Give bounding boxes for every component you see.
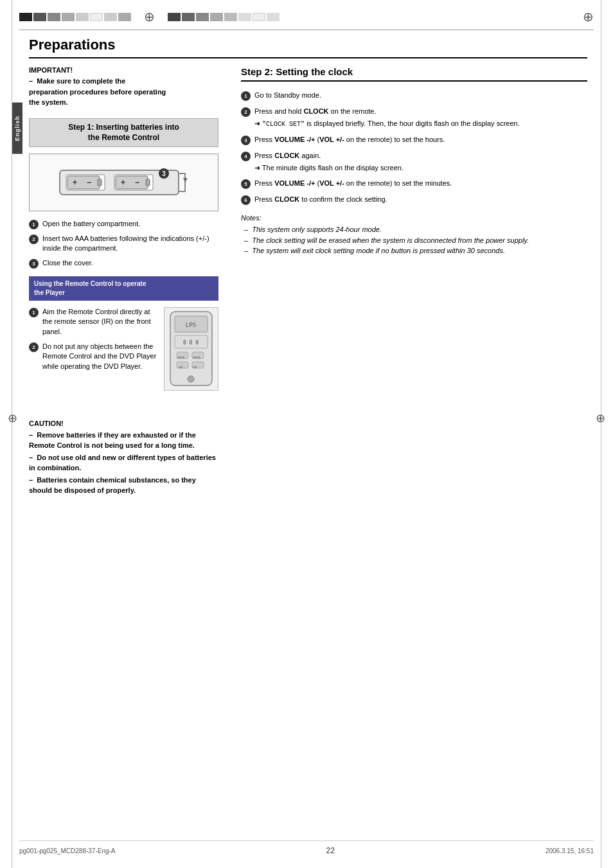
important-section: IMPORTANT! – Make sure to complete the p… xyxy=(29,66,218,108)
svg-text:3: 3 xyxy=(162,170,166,177)
sidebar-english-tab: English xyxy=(12,103,22,154)
note-2: – The clock setting will be erased when … xyxy=(241,235,587,246)
step2-item-6: Press CLOCK to confirm the clock setting… xyxy=(254,195,387,204)
caution-section: CAUTION! – Remove batteries if they are … xyxy=(29,420,218,496)
step2-items: 1 Go to Standby mode. 2 Press and hold C… xyxy=(241,91,587,205)
svg-text:clock: clock xyxy=(177,355,185,359)
operate-item-2: Do not put any objects between the Remot… xyxy=(42,342,157,371)
remote-diagram: LPS 0 0 0 clock clock vo xyxy=(164,307,218,391)
step2-item-2: Press and hold CLOCK on the remote. xyxy=(254,107,377,116)
remote-operate-section: LPS 0 0 0 clock clock vo xyxy=(29,307,218,397)
important-label: IMPORTANT! xyxy=(29,66,218,74)
svg-rect-3 xyxy=(98,179,102,186)
step2-item-1: Go to Standby mode. xyxy=(254,91,321,100)
notes-section: Notes: – This system only supports 24-ho… xyxy=(241,214,587,256)
caution-label: CAUTION! xyxy=(29,420,218,427)
svg-text:clock: clock xyxy=(193,355,200,359)
step2-item-3: Press VOLUME -/+ (VOL +/- on the remote)… xyxy=(254,135,445,145)
step1-item-1: Open the battery compartment. xyxy=(42,219,140,229)
info-box: Using the Remote Control to operate the … xyxy=(29,276,218,301)
svg-text:vol: vol xyxy=(193,365,197,369)
svg-text:▶: ▶ xyxy=(182,178,189,182)
step2-item-4: Press CLOCK again. xyxy=(254,151,321,161)
crosshair-left-margin: ⊕ xyxy=(8,411,17,425)
caution-item-2: – Do not use old and new or different ty… xyxy=(29,452,218,474)
svg-text:+: + xyxy=(73,178,77,187)
svg-text:+: + xyxy=(121,178,125,187)
top-bar: ⊕ ⊕ xyxy=(0,0,613,30)
important-text: – Make sure to complete the preparation … xyxy=(29,76,218,108)
caution-item-1: – Remove batteries if they are exhausted… xyxy=(29,430,218,451)
step1-items: 1 Open the battery compartment. 2 Insert… xyxy=(29,219,218,269)
step2-item-2-note: ➜ "CLOCK SET" is displayed briefly. Then… xyxy=(254,119,587,129)
step1-item-3: Close the cover. xyxy=(42,258,93,268)
page-number: 22 xyxy=(326,846,335,855)
step1-heading: Step 1: Inserting batteries into the Rem… xyxy=(29,118,218,148)
notes-label: Notes: xyxy=(241,214,587,222)
crosshair-right-margin: ⊕ xyxy=(596,411,605,425)
crosshair-left: ⊕ xyxy=(144,9,155,24)
svg-text:−: − xyxy=(87,178,91,187)
svg-text:vol: vol xyxy=(179,365,182,369)
svg-point-27 xyxy=(188,376,194,382)
page-title: Preparations xyxy=(29,37,587,58)
caution-item-3: – Batteries contain chemical substances,… xyxy=(29,475,218,496)
svg-text:0 0 0: 0 0 0 xyxy=(183,340,199,346)
operate-item-1: Aim the Remote Control directly at the r… xyxy=(42,307,157,337)
battery-diagram: + − + − 3 ▶ xyxy=(29,154,218,211)
svg-text:−: − xyxy=(135,178,139,187)
footer-left: pg001-pg025_MCD288-37-Eng-A xyxy=(19,847,116,855)
step2-item-5: Press VOLUME -/+ (VOL +/- on the remote)… xyxy=(254,179,452,188)
note-3: – The system will exit clock setting mod… xyxy=(241,245,587,256)
step1-item-2: Insert two AAA batteries following the i… xyxy=(42,234,218,254)
note-1: – This system only supports 24-hour mode… xyxy=(241,224,587,235)
svg-text:LPS: LPS xyxy=(186,322,196,328)
footer-right: 2006.3.15, 16:51 xyxy=(546,847,594,855)
step2-heading: Step 2: Setting the clock xyxy=(241,66,587,82)
step2-item-4-note: ➜ The minute digits flash on the display… xyxy=(254,163,587,173)
svg-rect-8 xyxy=(146,179,150,186)
footer: pg001-pg025_MCD288-37-Eng-A 22 2006.3.15… xyxy=(19,840,594,855)
crosshair-right: ⊕ xyxy=(583,9,594,24)
